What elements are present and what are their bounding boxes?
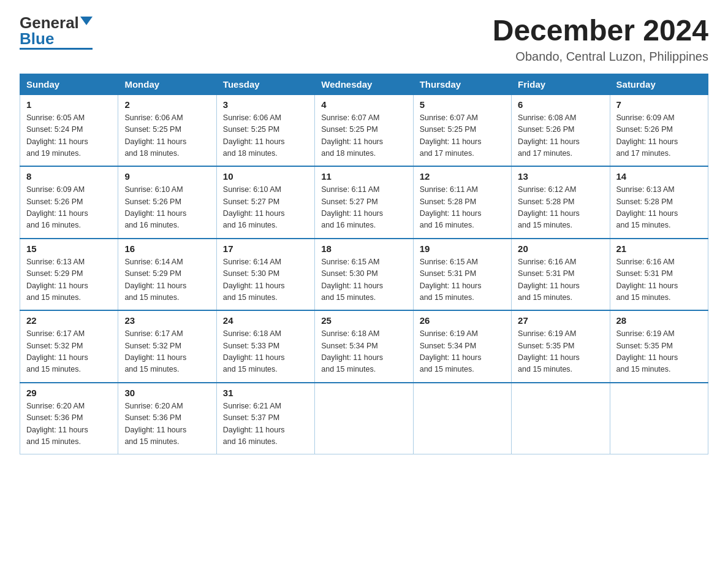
day-info: Sunrise: 6:08 AM Sunset: 5:26 PM Dayligh…	[518, 112, 603, 160]
title-block: December 2024 Obando, Central Luzon, Phi…	[493, 15, 708, 64]
calendar-cell: 23Sunrise: 6:17 AM Sunset: 5:32 PM Dayli…	[118, 310, 216, 383]
page-header: General Blue December 2024 Obando, Centr…	[20, 15, 708, 64]
day-number: 25	[321, 315, 406, 326]
calendar-cell: 9Sunrise: 6:10 AM Sunset: 5:26 PM Daylig…	[118, 166, 216, 239]
weekday-header-friday: Friday	[512, 74, 610, 94]
day-number: 3	[223, 99, 308, 110]
day-info: Sunrise: 6:17 AM Sunset: 5:32 PM Dayligh…	[124, 328, 210, 376]
logo-underline	[20, 48, 93, 50]
day-info: Sunrise: 6:19 AM Sunset: 5:35 PM Dayligh…	[518, 328, 603, 376]
weekday-header-saturday: Saturday	[610, 74, 708, 94]
calendar-table: SundayMondayTuesdayWednesdayThursdayFrid…	[20, 74, 708, 455]
day-info: Sunrise: 6:07 AM Sunset: 5:25 PM Dayligh…	[321, 112, 406, 160]
day-number: 26	[420, 315, 505, 326]
calendar-cell: 17Sunrise: 6:14 AM Sunset: 5:30 PM Dayli…	[216, 239, 314, 311]
day-info: Sunrise: 6:12 AM Sunset: 5:28 PM Dayligh…	[518, 184, 603, 232]
calendar-cell: 24Sunrise: 6:18 AM Sunset: 5:33 PM Dayli…	[216, 310, 314, 383]
calendar-cell: 5Sunrise: 6:07 AM Sunset: 5:25 PM Daylig…	[413, 94, 511, 166]
calendar-cell: 31Sunrise: 6:21 AM Sunset: 5:37 PM Dayli…	[216, 383, 314, 454]
calendar-cell: 8Sunrise: 6:09 AM Sunset: 5:26 PM Daylig…	[20, 166, 118, 239]
day-info: Sunrise: 6:13 AM Sunset: 5:28 PM Dayligh…	[616, 184, 702, 232]
day-info: Sunrise: 6:06 AM Sunset: 5:25 PM Dayligh…	[223, 112, 308, 160]
calendar-week-row: 8Sunrise: 6:09 AM Sunset: 5:26 PM Daylig…	[20, 166, 708, 239]
day-info: Sunrise: 6:20 AM Sunset: 5:36 PM Dayligh…	[26, 400, 112, 448]
calendar-cell	[610, 383, 708, 454]
calendar-cell: 1Sunrise: 6:05 AM Sunset: 5:24 PM Daylig…	[20, 94, 118, 166]
day-number: 29	[26, 388, 112, 398]
calendar-cell: 14Sunrise: 6:13 AM Sunset: 5:28 PM Dayli…	[610, 166, 708, 239]
day-number: 24	[223, 315, 308, 326]
day-number: 14	[616, 171, 702, 182]
day-number: 16	[124, 243, 210, 254]
calendar-cell: 3Sunrise: 6:06 AM Sunset: 5:25 PM Daylig…	[216, 94, 314, 166]
day-info: Sunrise: 6:13 AM Sunset: 5:29 PM Dayligh…	[26, 256, 112, 304]
calendar-week-row: 22Sunrise: 6:17 AM Sunset: 5:32 PM Dayli…	[20, 310, 708, 383]
day-info: Sunrise: 6:21 AM Sunset: 5:37 PM Dayligh…	[223, 400, 308, 448]
day-number: 28	[616, 315, 702, 326]
day-number: 12	[420, 171, 505, 182]
day-number: 2	[124, 99, 210, 110]
day-number: 30	[124, 388, 210, 398]
weekday-header-thursday: Thursday	[413, 74, 511, 94]
weekday-header-monday: Monday	[118, 74, 216, 94]
day-number: 7	[616, 99, 702, 110]
day-info: Sunrise: 6:17 AM Sunset: 5:32 PM Dayligh…	[26, 328, 112, 376]
day-info: Sunrise: 6:19 AM Sunset: 5:35 PM Dayligh…	[616, 328, 702, 376]
day-number: 17	[223, 243, 308, 254]
day-number: 31	[223, 388, 308, 398]
day-info: Sunrise: 6:19 AM Sunset: 5:34 PM Dayligh…	[420, 328, 505, 376]
calendar-week-row: 15Sunrise: 6:13 AM Sunset: 5:29 PM Dayli…	[20, 239, 708, 311]
calendar-cell: 11Sunrise: 6:11 AM Sunset: 5:27 PM Dayli…	[315, 166, 413, 239]
month-title: December 2024	[493, 15, 708, 47]
day-number: 18	[321, 243, 406, 254]
day-info: Sunrise: 6:15 AM Sunset: 5:31 PM Dayligh…	[420, 256, 505, 304]
calendar-cell: 2Sunrise: 6:06 AM Sunset: 5:25 PM Daylig…	[118, 94, 216, 166]
day-info: Sunrise: 6:09 AM Sunset: 5:26 PM Dayligh…	[26, 184, 112, 232]
day-number: 4	[321, 99, 406, 110]
calendar-cell: 22Sunrise: 6:17 AM Sunset: 5:32 PM Dayli…	[20, 310, 118, 383]
day-number: 6	[518, 99, 603, 110]
day-info: Sunrise: 6:10 AM Sunset: 5:27 PM Dayligh…	[223, 184, 308, 232]
calendar-cell: 7Sunrise: 6:09 AM Sunset: 5:26 PM Daylig…	[610, 94, 708, 166]
day-number: 21	[616, 243, 702, 254]
calendar-cell: 13Sunrise: 6:12 AM Sunset: 5:28 PM Dayli…	[512, 166, 610, 239]
logo-blue-text: Blue	[20, 31, 54, 47]
calendar-cell: 30Sunrise: 6:20 AM Sunset: 5:36 PM Dayli…	[118, 383, 216, 454]
day-number: 9	[124, 171, 210, 182]
logo: General Blue	[20, 15, 93, 50]
day-info: Sunrise: 6:14 AM Sunset: 5:30 PM Dayligh…	[223, 256, 308, 304]
calendar-cell: 18Sunrise: 6:15 AM Sunset: 5:30 PM Dayli…	[315, 239, 413, 311]
logo-triangle-icon	[80, 17, 93, 25]
day-number: 5	[420, 99, 505, 110]
weekday-header-row: SundayMondayTuesdayWednesdayThursdayFrid…	[20, 74, 708, 94]
day-info: Sunrise: 6:11 AM Sunset: 5:27 PM Dayligh…	[321, 184, 406, 232]
calendar-cell: 15Sunrise: 6:13 AM Sunset: 5:29 PM Dayli…	[20, 239, 118, 311]
day-info: Sunrise: 6:18 AM Sunset: 5:34 PM Dayligh…	[321, 328, 406, 376]
calendar-cell: 16Sunrise: 6:14 AM Sunset: 5:29 PM Dayli…	[118, 239, 216, 311]
logo-general-text: General	[20, 15, 79, 31]
day-number: 15	[26, 243, 112, 254]
calendar-cell: 28Sunrise: 6:19 AM Sunset: 5:35 PM Dayli…	[610, 310, 708, 383]
day-info: Sunrise: 6:11 AM Sunset: 5:28 PM Dayligh…	[420, 184, 505, 232]
calendar-cell	[512, 383, 610, 454]
location-subtitle: Obando, Central Luzon, Philippines	[493, 50, 708, 64]
day-number: 8	[26, 171, 112, 182]
calendar-week-row: 1Sunrise: 6:05 AM Sunset: 5:24 PM Daylig…	[20, 94, 708, 166]
calendar-cell: 12Sunrise: 6:11 AM Sunset: 5:28 PM Dayli…	[413, 166, 511, 239]
day-info: Sunrise: 6:09 AM Sunset: 5:26 PM Dayligh…	[616, 112, 702, 160]
day-info: Sunrise: 6:16 AM Sunset: 5:31 PM Dayligh…	[616, 256, 702, 304]
weekday-header-tuesday: Tuesday	[216, 74, 314, 94]
day-info: Sunrise: 6:05 AM Sunset: 5:24 PM Dayligh…	[26, 112, 112, 160]
day-number: 22	[26, 315, 112, 326]
day-number: 1	[26, 99, 112, 110]
day-info: Sunrise: 6:14 AM Sunset: 5:29 PM Dayligh…	[124, 256, 210, 304]
calendar-cell	[413, 383, 511, 454]
calendar-cell	[315, 383, 413, 454]
calendar-week-row: 29Sunrise: 6:20 AM Sunset: 5:36 PM Dayli…	[20, 383, 708, 454]
calendar-cell: 20Sunrise: 6:16 AM Sunset: 5:31 PM Dayli…	[512, 239, 610, 311]
day-number: 13	[518, 171, 603, 182]
calendar-cell: 4Sunrise: 6:07 AM Sunset: 5:25 PM Daylig…	[315, 94, 413, 166]
weekday-header-wednesday: Wednesday	[315, 74, 413, 94]
day-number: 20	[518, 243, 603, 254]
day-number: 27	[518, 315, 603, 326]
